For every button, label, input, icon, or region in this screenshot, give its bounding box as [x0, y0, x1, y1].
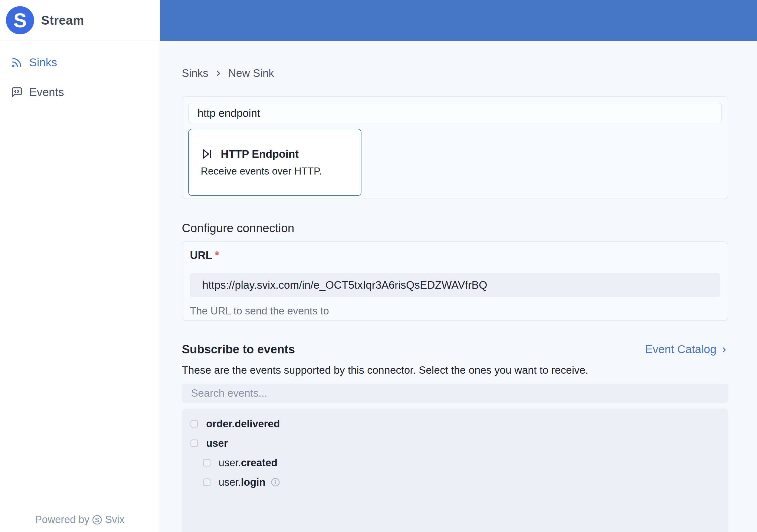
top-header-bar — [160, 0, 757, 41]
event-name: login — [241, 477, 265, 488]
url-field-label: URL* — [190, 249, 720, 262]
subscribe-description: These are the events supported by this c… — [182, 364, 728, 376]
tile-description: Receive events over HTTP. — [201, 166, 361, 177]
configure-connection-heading: Configure connection — [182, 222, 728, 235]
chevron-right-icon — [214, 69, 223, 78]
url-field-card: URL* The URL to send the events to — [182, 241, 728, 321]
breadcrumb-sinks[interactable]: Sinks — [182, 66, 208, 80]
event-row-user: user — [191, 433, 720, 453]
rss-icon — [11, 56, 23, 69]
url-label-text: URL — [190, 249, 212, 261]
app-title: Stream — [41, 13, 84, 28]
svix-badge-icon: S — [92, 515, 102, 525]
svix-logo-icon: S — [6, 6, 34, 34]
info-icon[interactable] — [271, 478, 280, 487]
sidebar-nav: Sinks Events — [0, 52, 160, 102]
event-catalog-link[interactable]: Event Catalog — [645, 343, 728, 356]
skip-forward-icon — [201, 148, 213, 160]
event-name: order.delivered — [206, 418, 280, 429]
message-code-icon — [11, 86, 23, 98]
events-search-wrap — [182, 384, 728, 403]
event-row-user-created: user.created — [203, 453, 720, 473]
svix-badge-letter: S — [95, 516, 100, 523]
event-checkbox[interactable] — [203, 459, 210, 466]
event-label: user.created — [219, 457, 278, 469]
powered-by-footer[interactable]: Powered by S Svix — [0, 514, 160, 525]
url-help-text: The URL to send the events to — [190, 305, 720, 317]
event-row-order-delivered: order.delivered — [191, 414, 720, 433]
sidebar-item-label: Sinks — [29, 56, 57, 69]
event-checkbox[interactable] — [191, 420, 198, 427]
url-input[interactable] — [190, 279, 720, 291]
sink-type-search — [188, 103, 722, 123]
events-search-input[interactable] — [182, 387, 728, 399]
event-name: created — [241, 457, 277, 468]
powered-by-brand: Svix — [105, 514, 124, 525]
event-catalog-label: Event Catalog — [645, 343, 716, 356]
event-label: user.login — [219, 477, 265, 488]
event-label: user — [206, 438, 228, 449]
svix-logo-letter: S — [13, 9, 26, 32]
event-name-prefix: user. — [219, 477, 241, 488]
sidebar-item-sinks[interactable]: Sinks — [11, 52, 160, 73]
sidebar-item-events[interactable]: Events — [11, 82, 160, 102]
sidebar: S Stream Sinks Events Powered by S Svix — [0, 0, 160, 532]
main-area: Sinks New Sink HTTP Endpoint Receive eve… — [160, 41, 757, 532]
tile-title: HTTP Endpoint — [221, 148, 299, 160]
sidebar-item-label: Events — [29, 86, 64, 99]
app-logo-row: S Stream — [0, 0, 160, 41]
event-name-prefix: user. — [219, 457, 241, 468]
powered-by-text: Powered by — [35, 514, 90, 525]
url-input-wrap — [190, 273, 720, 297]
breadcrumb-new-sink: New Sink — [228, 66, 274, 80]
event-checkbox[interactable] — [203, 479, 210, 486]
subscribe-heading: Subscribe to events — [182, 343, 295, 356]
event-name: user — [206, 438, 228, 449]
required-asterisk: * — [215, 249, 219, 261]
events-list-panel: order.delivered user user.created user.l… — [182, 409, 728, 532]
chevron-right-icon — [720, 346, 728, 354]
sink-type-search-input[interactable] — [189, 107, 721, 119]
breadcrumb: Sinks New Sink — [182, 66, 728, 80]
sink-type-chooser-card: HTTP Endpoint Receive events over HTTP. — [182, 96, 728, 199]
event-row-user-login: user.login — [203, 473, 720, 492]
event-checkbox[interactable] — [191, 439, 198, 447]
http-endpoint-tile[interactable]: HTTP Endpoint Receive events over HTTP. — [188, 129, 361, 196]
event-label: order.delivered — [206, 418, 280, 430]
